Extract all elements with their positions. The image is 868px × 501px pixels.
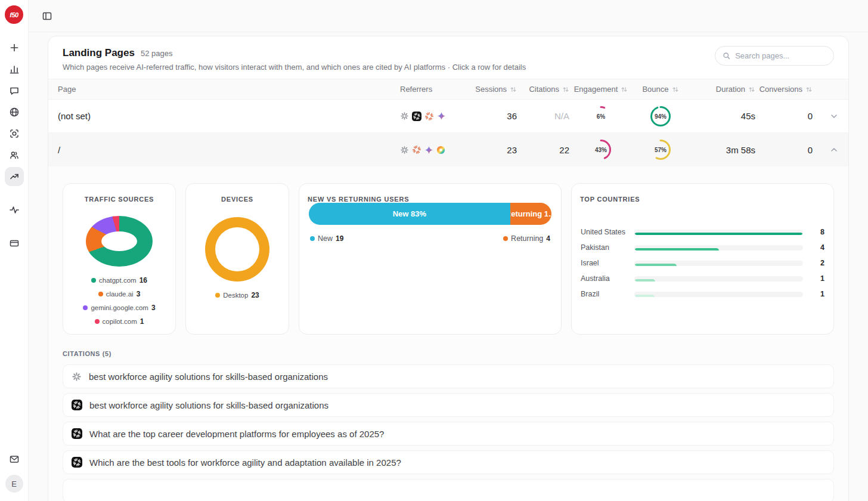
bar-fill	[634, 264, 677, 266]
legend-item: chatgpt.com16	[91, 276, 147, 284]
bar-track	[634, 276, 803, 282]
duration-cell: 3m 58s	[689, 145, 755, 155]
globe-icon[interactable]	[5, 103, 24, 122]
country-row: United States8	[581, 228, 824, 236]
user-avatar[interactable]: E	[5, 475, 23, 493]
main-area: Landing Pages 52 pages Which pages recei…	[29, 0, 868, 501]
country-row: Israel2	[581, 259, 824, 267]
page-cell: /	[58, 145, 400, 155]
chatgpt-app-icon	[72, 400, 82, 410]
app-logo[interactable]: f50	[5, 5, 23, 24]
openai-icon	[72, 372, 82, 382]
table-row[interactable]: (not set) 36 N/A 6% 94% 45s 0	[48, 100, 848, 133]
svg-text:6%: 6%	[597, 113, 606, 119]
sort-icon	[672, 86, 679, 93]
bar-track	[634, 261, 803, 266]
legend-item: New19	[310, 234, 343, 243]
col-sessions[interactable]: Sessions	[470, 85, 517, 94]
chevron-up-icon[interactable]	[829, 145, 839, 154]
citations-list: best workforce agility solutions for ski…	[63, 364, 834, 501]
card-title: TOP COUNTRIES	[580, 196, 825, 203]
bar-track	[634, 230, 803, 235]
chatgpt-app-icon	[72, 457, 82, 468]
sessions-cell: 23	[470, 145, 517, 155]
activity-icon[interactable]	[5, 200, 24, 219]
card-title: DEVICES	[221, 196, 253, 203]
duration-cell: 45s	[689, 111, 755, 121]
plus-icon[interactable]	[5, 38, 24, 57]
table-row[interactable]: / 23 22 43% 57% 3m 58s 0	[48, 133, 848, 166]
referrer-icons	[400, 112, 470, 121]
page-subtitle: Which pages receive AI-referred traffic,…	[63, 63, 834, 72]
col-citations[interactable]: Citations	[517, 85, 569, 94]
conversions-cell: 0	[755, 145, 813, 155]
sidebar-toggle-icon[interactable]	[38, 7, 56, 25]
row-detail-panel: TRAFFIC SOURCES chatgpt.com16 claude.ai3…	[48, 166, 848, 501]
legend-dot	[91, 278, 96, 283]
sort-icon	[510, 86, 517, 93]
citation-text: best workforce agility solutions for ski…	[89, 372, 328, 382]
citation-item[interactable]: best workforce agility solutions for ski…	[63, 364, 834, 388]
chat-icon[interactable]	[5, 81, 24, 100]
bounce-ring: 94%	[633, 105, 689, 128]
citation-item[interactable]: Which are the best tools for workforce a…	[63, 450, 834, 474]
col-bounce[interactable]: Bounce	[633, 85, 689, 94]
country-row: Pakistan4	[581, 243, 824, 252]
scan-face-icon[interactable]	[5, 124, 24, 143]
svg-text:43%: 43%	[595, 147, 607, 153]
page-cell: (not set)	[58, 111, 400, 121]
trending-up-icon[interactable]	[5, 167, 24, 186]
legend-item: Desktop23	[215, 291, 259, 299]
bar-fill	[634, 295, 655, 297]
traffic-legend: chatgpt.com16 claude.ai3 gemini.google.c…	[72, 276, 167, 326]
col-conversions[interactable]: Conversions	[755, 85, 813, 94]
engagement-ring: 6%	[569, 105, 633, 128]
devices-legend: Desktop23	[215, 291, 259, 299]
citations-cell: 22	[517, 145, 569, 155]
col-engagement[interactable]: Engagement	[569, 85, 633, 94]
pages-count-badge: 52 pages	[141, 49, 173, 58]
legend-item: gemini.google.com3	[83, 304, 155, 312]
users-icon[interactable]	[5, 146, 24, 165]
table-header: Page Referrers Sessions Citations Engage…	[48, 79, 848, 100]
landing-pages-card: Landing Pages 52 pages Which pages recei…	[48, 36, 849, 501]
chatgpt-app-icon	[412, 112, 421, 121]
search-box[interactable]	[715, 46, 834, 66]
bar-track	[634, 245, 803, 250]
legend-dot	[503, 236, 508, 241]
mail-icon[interactable]	[5, 450, 24, 469]
col-referrers: Referrers	[400, 85, 470, 94]
traffic-donut-chart	[86, 216, 153, 267]
card-title: NEW VS RETURNING USERS	[308, 196, 553, 203]
credit-card-icon[interactable]	[5, 234, 24, 253]
search-input[interactable]	[735, 51, 826, 60]
legend-dot	[215, 293, 220, 298]
sort-icon	[621, 86, 628, 93]
sort-icon	[562, 86, 569, 93]
legend-dot	[83, 305, 88, 310]
gemini-icon	[437, 112, 446, 120]
citations-cell: N/A	[517, 111, 569, 121]
stacked-bar-legend: New19 Returning4	[309, 234, 551, 243]
citation-item[interactable]	[63, 479, 834, 501]
bar-fill	[634, 233, 803, 235]
bar-chart-icon[interactable]	[5, 60, 24, 79]
new-vs-returning-card: NEW VS RETURNING USERS New 83% Returning…	[299, 183, 562, 335]
country-row: Brazil1	[581, 290, 824, 298]
engagement-ring: 43%	[569, 138, 633, 161]
countries-bar-list: United States8 Pakistan4 Israel2 Austral…	[580, 228, 825, 298]
new-users-segment: New 83%	[309, 203, 510, 225]
app-root: f50	[0, 0, 868, 501]
devices-donut-chart	[205, 217, 269, 282]
citation-item[interactable]: What are the top career development plat…	[63, 422, 834, 446]
copilot-icon	[436, 146, 445, 154]
legend-dot	[95, 319, 100, 324]
chevron-down-icon[interactable]	[829, 112, 839, 121]
sidebar: f50	[0, 0, 29, 501]
search-icon	[723, 51, 730, 60]
col-duration[interactable]: Duration	[689, 85, 755, 94]
sort-icon	[805, 86, 813, 93]
referrer-icons	[400, 145, 470, 154]
gemini-icon	[424, 146, 433, 154]
citation-item[interactable]: best workforce agility solutions for ski…	[63, 393, 834, 417]
